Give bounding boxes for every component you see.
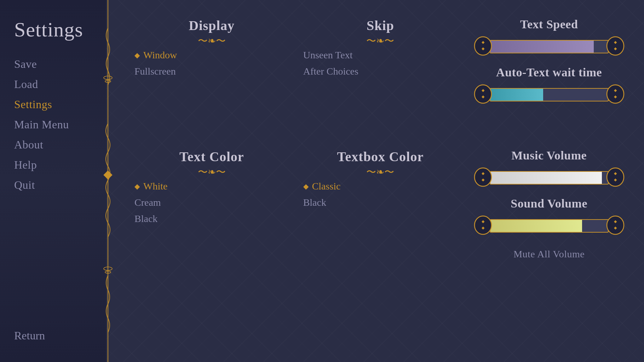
- skip-section: Skip 〜❧〜 Unseen Text After Choices: [300, 18, 461, 142]
- sidebar-item-load[interactable]: Load: [14, 76, 92, 93]
- svg-text:◆: ◆: [614, 40, 617, 44]
- skip-option-after-choices[interactable]: After Choices: [300, 66, 461, 77]
- text-color-header: Text Color 〜❧〜: [131, 149, 293, 177]
- svg-text:◆: ◆: [614, 46, 617, 51]
- skip-after-choices-label: After Choices: [303, 66, 358, 77]
- display-section: Display 〜❧〜 ◆ Window Fullscreen: [131, 18, 293, 142]
- skip-header: Skip 〜❧〜: [300, 18, 461, 46]
- sound-volume-slider[interactable]: ◆ ◆ ◆ ◆: [468, 216, 630, 236]
- auto-text-label: Auto-Text wait time: [468, 66, 630, 79]
- text-color-white-label: White: [143, 181, 167, 192]
- skip-options: Unseen Text After Choices: [300, 46, 461, 77]
- text-color-title: Text Color: [131, 149, 293, 164]
- text-speed-section: Text Speed ◆ ◆: [468, 18, 630, 142]
- text-color-selected-icon: ◆: [134, 182, 140, 191]
- sidebar-item-return[interactable]: Return: [14, 327, 92, 344]
- text-color-option-white[interactable]: ◆ White: [131, 181, 293, 192]
- display-option-window[interactable]: ◆ Window: [131, 49, 293, 61]
- sidebar-item-save[interactable]: Save: [14, 56, 92, 73]
- text-color-section: Text Color 〜❧〜 ◆ White Cream Black: [131, 149, 293, 300]
- skip-option-unseen[interactable]: Unseen Text: [300, 49, 461, 61]
- textbox-color-title: Textbox Color: [300, 149, 461, 164]
- volume-section: Music Volume ◆ ◆: [468, 149, 630, 300]
- sidebar-item-about[interactable]: About: [14, 136, 92, 153]
- svg-point-12: [475, 85, 491, 103]
- svg-text:◆: ◆: [482, 40, 485, 44]
- svg-text:◆: ◆: [614, 171, 617, 175]
- svg-point-6: [475, 37, 491, 55]
- sidebar-item-help[interactable]: Help: [14, 156, 92, 174]
- display-header: Display 〜❧〜: [131, 18, 293, 46]
- svg-point-24: [475, 216, 491, 234]
- textbox-color-option-classic[interactable]: ◆ Classic: [300, 181, 461, 192]
- auto-text-slider-frame[interactable]: ◆ ◆ ◆ ◆: [468, 85, 630, 105]
- textbox-color-section: Textbox Color 〜❧〜 ◆ Classic Black: [300, 149, 461, 300]
- svg-point-9: [607, 37, 624, 55]
- svg-text:◆: ◆: [482, 94, 485, 99]
- svg-text:◆: ◆: [482, 171, 485, 175]
- svg-text:◆: ◆: [482, 46, 485, 51]
- svg-text:◆: ◆: [482, 88, 485, 92]
- display-option-fullscreen[interactable]: Fullscreen: [131, 66, 293, 77]
- display-fullscreen-label: Fullscreen: [134, 66, 176, 77]
- svg-text:◆: ◆: [614, 219, 617, 223]
- svg-rect-1: [103, 170, 112, 179]
- textbox-color-classic-label: Classic: [312, 181, 341, 192]
- textbox-color-option-black[interactable]: Black: [300, 197, 461, 208]
- display-ornament: 〜❧〜: [131, 36, 293, 46]
- display-title: Display: [131, 18, 293, 33]
- sidebar: Settings Save Load Settings Main Menu Ab…: [0, 0, 106, 362]
- display-options: ◆ Window Fullscreen: [131, 46, 293, 77]
- svg-point-27: [607, 216, 624, 234]
- text-color-options: ◆ White Cream Black: [131, 177, 293, 224]
- svg-point-15: [607, 85, 624, 103]
- nav-menu: Save Load Settings Main Menu About Help …: [14, 56, 92, 327]
- selected-diamond-icon: ◆: [134, 51, 140, 59]
- text-color-black-label: Black: [134, 213, 157, 224]
- skip-ornament: 〜❧〜: [300, 36, 461, 46]
- music-volume-slider[interactable]: ◆ ◆ ◆ ◆: [468, 168, 630, 188]
- display-window-label: Window: [143, 49, 177, 61]
- svg-text:◆: ◆: [614, 94, 617, 99]
- text-speed-label: Text Speed: [468, 18, 630, 31]
- svg-point-18: [475, 168, 491, 186]
- main-content: Display 〜❧〜 ◆ Window Fullscreen Skip 〜❧〜…: [117, 0, 644, 362]
- textbox-color-options: ◆ Classic Black: [300, 177, 461, 208]
- music-volume-label: Music Volume: [468, 149, 630, 162]
- sidebar-item-settings[interactable]: Settings: [14, 96, 92, 113]
- textbox-color-ornament: 〜❧〜: [300, 167, 461, 177]
- sound-volume-label: Sound Volume: [468, 197, 630, 210]
- svg-text:◆: ◆: [614, 88, 617, 92]
- text-color-cream-label: Cream: [134, 197, 161, 208]
- svg-point-21: [607, 168, 624, 186]
- sidebar-item-quit[interactable]: Quit: [14, 176, 92, 194]
- text-speed-slider-frame[interactable]: ◆ ◆ ◆ ◆: [468, 37, 630, 57]
- page-title: Settings: [14, 18, 92, 41]
- skip-unseen-label: Unseen Text: [303, 49, 353, 61]
- svg-text:◆: ◆: [614, 226, 617, 230]
- svg-text:◆: ◆: [482, 226, 485, 230]
- text-color-option-black[interactable]: Black: [131, 213, 293, 224]
- textbox-color-black-label: Black: [303, 197, 326, 208]
- svg-text:◆: ◆: [482, 219, 485, 223]
- svg-text:◆: ◆: [614, 177, 617, 182]
- skip-title: Skip: [300, 18, 461, 33]
- textbox-color-selected-icon: ◆: [303, 182, 309, 191]
- svg-text:◆: ◆: [482, 177, 485, 182]
- text-color-option-cream[interactable]: Cream: [131, 197, 293, 208]
- text-color-ornament: 〜❧〜: [131, 167, 293, 177]
- mute-button[interactable]: Mute All Volume: [468, 245, 630, 263]
- side-divider: [101, 0, 115, 362]
- sidebar-item-mainmenu[interactable]: Main Menu: [14, 116, 92, 133]
- textbox-color-header: Textbox Color 〜❧〜: [300, 149, 461, 177]
